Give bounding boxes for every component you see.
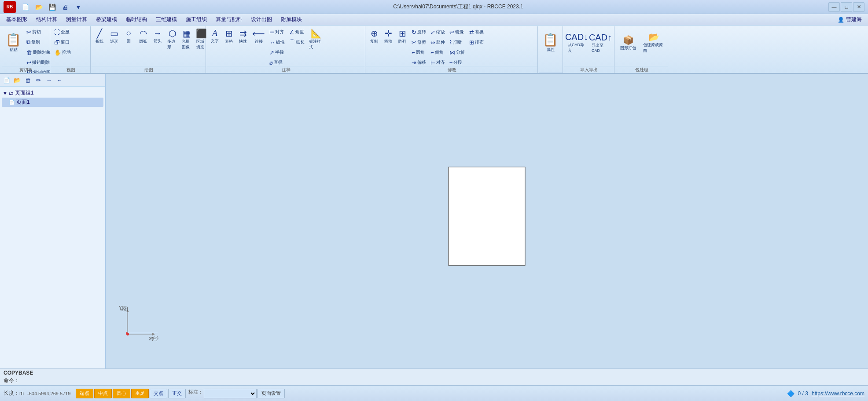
- draw-label: 绘图: [92, 66, 206, 73]
- fullscreen-btn[interactable]: ⛶ 全显: [52, 27, 73, 37]
- mark-style-btn[interactable]: 📐 标注样式: [307, 27, 325, 51]
- lp-indent-btn[interactable]: →: [44, 75, 54, 85]
- copy2-btn[interactable]: ⊕ 复制: [368, 27, 381, 45]
- to-cad-btn[interactable]: CAD↑ 导出至CAD: [589, 27, 612, 58]
- lp-outdent-btn[interactable]: ←: [55, 75, 64, 85]
- align-icon: ⊨: [269, 29, 274, 36]
- chamfer-btn[interactable]: ⌐ 倒角: [429, 47, 447, 57]
- menu-quantity[interactable]: 算量与配料: [211, 15, 246, 25]
- menu-construction[interactable]: 施工组织: [181, 15, 211, 25]
- cut-btn[interactable]: ✂ 剪切: [25, 27, 52, 37]
- halfradius-btn[interactable]: ↗ 半径: [268, 47, 287, 57]
- paste-btn[interactable]: 📋 粘贴: [3, 27, 24, 58]
- extend-btn[interactable]: ⇔ 延伸: [429, 37, 447, 47]
- tree-page-1[interactable]: 📄 页面1: [2, 98, 103, 107]
- axis-svg: Y(N) X(E): [119, 308, 158, 339]
- open-file-btn[interactable]: 📂: [33, 1, 45, 13]
- arc-btn[interactable]: ◠ 圆弧: [136, 27, 150, 45]
- arclength-btn[interactable]: ⌒ 弧长: [287, 37, 306, 47]
- array-btn[interactable]: ⊞ 阵列: [396, 27, 409, 45]
- move-btn[interactable]: ✛ 移动: [382, 27, 395, 45]
- text-btn[interactable]: A 文字: [208, 27, 221, 45]
- rotate-btn[interactable]: ↻ 旋转: [410, 27, 428, 37]
- divide-icon: ÷: [449, 59, 452, 66]
- arrow-btn[interactable]: → 箭头: [151, 27, 164, 45]
- mirror-btn[interactable]: ⇌ 镜像: [448, 27, 467, 37]
- menu-basic-shapes[interactable]: 基本图形: [2, 15, 32, 25]
- close-btn[interactable]: ✕: [853, 2, 864, 12]
- lp-rename-btn[interactable]: ✏: [33, 75, 43, 85]
- table-btn[interactable]: ⊞ 表格: [222, 27, 235, 45]
- window-btn[interactable]: 🗗 窗口: [52, 37, 73, 47]
- tree-root[interactable]: ▼ 🗂 页面组1: [2, 88, 103, 98]
- menu-temp-struct[interactable]: 临时结构: [121, 15, 151, 25]
- polygon-btn[interactable]: ⬡ 多边形: [166, 27, 179, 51]
- lp-delete-btn[interactable]: 🗑: [23, 75, 33, 85]
- explode-btn[interactable]: ⋈ 分解: [448, 47, 467, 57]
- fillet-btn[interactable]: ⌐ 圆角: [410, 47, 428, 57]
- polyline-btn[interactable]: ╱ 折线: [93, 27, 106, 45]
- arrow-icon: →: [153, 28, 162, 38]
- pack-icon: 📦: [623, 35, 634, 45]
- snap-midpoint[interactable]: 中点: [94, 389, 112, 398]
- snap-ortho[interactable]: 正交: [168, 389, 186, 398]
- menu-structural-calc[interactable]: 结构计算: [32, 15, 62, 25]
- lp-new-btn[interactable]: 📄: [2, 75, 11, 85]
- angle-btn[interactable]: ∠ 角度: [287, 27, 306, 37]
- restore-btn[interactable]: 📂 包还原成原图: [640, 27, 667, 58]
- importexport-label: 导入导出: [564, 66, 614, 73]
- arrange-btn[interactable]: ⊞ 排布: [467, 37, 485, 47]
- canvas-area[interactable]: Y(N) X(E) Y(N) X(E): [106, 74, 868, 368]
- copy-btn[interactable]: ⧉ 复制: [25, 37, 52, 47]
- menu-bridge-model[interactable]: 桥梁建模: [92, 15, 121, 25]
- lp-open-btn[interactable]: 📂: [12, 75, 22, 85]
- pack-btn[interactable]: 📦 图形打包: [617, 27, 640, 58]
- fast-btn[interactable]: ⇉ 快速: [236, 27, 250, 45]
- menu-3d-model[interactable]: 三维建模: [151, 15, 181, 25]
- align-btn[interactable]: ⊨ 对齐: [268, 27, 287, 37]
- main-area: 📄 📂 🗑 ✏ → ← ▼ 🗂 页面组1 📄 页面1: [0, 74, 868, 368]
- save-btn[interactable]: 💾: [46, 1, 58, 13]
- rect-btn[interactable]: ▭ 矩形: [107, 27, 121, 45]
- angle-icon: ∠: [289, 29, 294, 36]
- scale-btn[interactable]: ⤢ 缩放: [429, 27, 447, 37]
- maximize-btn[interactable]: □: [841, 2, 852, 12]
- break-btn[interactable]: ⌇ 打断: [448, 37, 467, 47]
- hatch-btn[interactable]: ▦ 光栅图像: [180, 27, 193, 51]
- menu-design-output[interactable]: 设计出图: [246, 15, 276, 25]
- properties-btn[interactable]: 📋 属性: [540, 27, 561, 58]
- paste-icon: 📋: [6, 33, 21, 47]
- minimize-btn[interactable]: —: [828, 2, 840, 12]
- snap-endpoint[interactable]: 端点: [76, 389, 93, 398]
- circle-btn[interactable]: ○ 圆: [122, 27, 135, 45]
- trim-btn[interactable]: ✂ 修剪: [410, 37, 428, 47]
- titlebar: RB 📄 📂 💾 🖨 ▼ C:\Users\hai07\Documents\工程…: [0, 0, 868, 14]
- from-cad-btn[interactable]: CAD↓ 从CAD导入: [565, 27, 588, 58]
- snap-center[interactable]: 圆心: [113, 389, 130, 398]
- left-panel-toolbar: 📄 📂 🗑 ✏ → ←: [0, 74, 105, 87]
- website-link[interactable]: https://www.rbcce.com: [812, 390, 864, 397]
- connect-btn[interactable]: ⟵ 连接: [250, 27, 267, 45]
- clipboard-label: 剪切板: [2, 66, 50, 73]
- print-btn[interactable]: 🖨: [59, 1, 71, 13]
- snap-perpendicular[interactable]: 垂足: [131, 389, 149, 398]
- replace-btn[interactable]: ⇄ 替换: [467, 27, 485, 37]
- annotation-dropdown[interactable]: [204, 389, 257, 398]
- copy2-icon: ⊕: [371, 28, 378, 39]
- drag-btn[interactable]: ✋ 拖动: [52, 47, 73, 57]
- signal-icon: 🔷: [787, 390, 794, 397]
- menu-addons[interactable]: 附加模块: [276, 15, 306, 25]
- new-file-btn[interactable]: 📄: [19, 1, 32, 13]
- menu-survey-calc[interactable]: 测量计算: [62, 15, 92, 25]
- props-group: 📋 属性: [539, 26, 563, 74]
- fill-btn[interactable]: ⬛ 区域填充: [195, 27, 208, 51]
- svg-text:X(E): X(E): [151, 336, 158, 339]
- snap-intersection[interactable]: 交点: [150, 389, 167, 398]
- halfradius-icon: ↗: [269, 49, 274, 56]
- delete-obj-btn[interactable]: 🗑 删除对象: [25, 47, 52, 57]
- username: 曹建海: [846, 16, 862, 23]
- quick-access-arrow[interactable]: ▼: [72, 1, 85, 13]
- page-settings-btn[interactable]: 页面设置: [257, 389, 285, 398]
- linear-btn[interactable]: ↔ 线性: [268, 37, 287, 47]
- cmd-input[interactable]: [21, 377, 197, 384]
